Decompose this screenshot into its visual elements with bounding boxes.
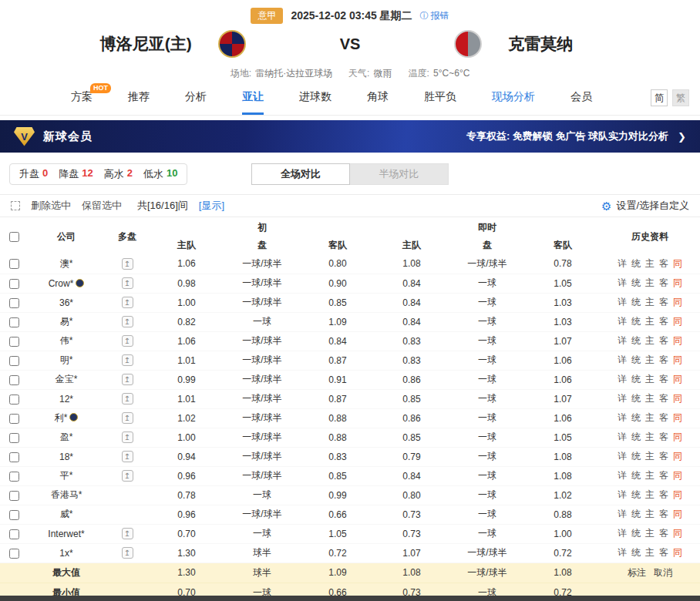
history-same-link[interactable]: 同 <box>673 470 682 481</box>
history-link[interactable]: 主 <box>645 277 655 288</box>
row-checkbox[interactable] <box>9 317 19 327</box>
row-checkbox[interactable] <box>9 414 19 424</box>
nav-item-fangan[interactable]: 方案 HOT <box>71 81 93 115</box>
company-name[interactable]: 12* <box>59 394 73 405</box>
history-link[interactable]: 详 <box>618 277 627 288</box>
history-link[interactable]: 详 <box>618 509 627 519</box>
history-link[interactable]: 详 <box>618 316 627 327</box>
select-all-checkbox[interactable] <box>9 232 19 242</box>
history-link[interactable]: 客 <box>659 354 668 365</box>
row-checkbox[interactable] <box>9 298 19 308</box>
history-link[interactable]: 详 <box>618 412 627 423</box>
history-link[interactable]: 详 <box>618 528 627 539</box>
history-link[interactable]: 统 <box>631 277 641 288</box>
history-link[interactable]: 统 <box>631 258 641 269</box>
multi-odds-icon[interactable]: ↥ <box>122 277 133 289</box>
history-link[interactable]: 客 <box>659 412 668 423</box>
company-name[interactable]: 18* <box>59 452 73 462</box>
company-name[interactable]: 明* <box>60 354 73 365</box>
history-same-link[interactable]: 同 <box>673 335 682 346</box>
history-link[interactable]: 主 <box>645 374 655 384</box>
history-link[interactable]: 主 <box>645 258 655 269</box>
nav-item-xianchangfenxi[interactable]: 现场分析 <box>492 81 535 115</box>
history-same-link[interactable]: 同 <box>673 354 682 365</box>
nav-item-huiyuan[interactable]: 会员 <box>570 81 592 115</box>
nav-item-jinqiushu[interactable]: 进球数 <box>299 81 331 115</box>
history-link[interactable]: 客 <box>659 528 668 539</box>
company-name[interactable]: Crow* <box>49 278 74 289</box>
lang-simplified-button[interactable]: 简 <box>651 89 668 106</box>
history-link[interactable]: 客 <box>659 547 668 558</box>
history-link[interactable]: 详 <box>618 297 627 307</box>
company-name[interactable]: Interwet* <box>48 529 84 539</box>
history-link[interactable]: 统 <box>631 374 641 384</box>
history-link[interactable]: 主 <box>645 431 655 442</box>
history-link[interactable]: 主 <box>645 354 655 365</box>
history-same-link[interactable]: 同 <box>673 297 682 307</box>
history-link[interactable]: 主 <box>645 451 655 462</box>
history-link[interactable]: 客 <box>659 509 668 519</box>
history-link[interactable]: 详 <box>618 335 627 346</box>
settings-button[interactable]: ⚙ 设置/选择自定义 <box>601 199 689 213</box>
history-link[interactable]: 主 <box>645 509 655 519</box>
nav-item-yarang[interactable]: 亚让 <box>242 81 264 115</box>
keep-selected-button[interactable]: 保留选中 <box>82 199 122 213</box>
nav-item-jiaoqiu[interactable]: 角球 <box>367 81 389 115</box>
nav-item-shengpingfu[interactable]: 胜平负 <box>424 81 456 115</box>
multi-odds-icon[interactable]: ↥ <box>122 470 133 482</box>
history-same-link[interactable]: 同 <box>673 431 682 442</box>
multi-odds-icon[interactable]: ↥ <box>122 316 133 327</box>
history-link[interactable]: 统 <box>631 547 641 558</box>
multi-odds-icon[interactable]: ↥ <box>122 393 133 405</box>
row-checkbox[interactable] <box>9 510 19 520</box>
multi-odds-icon[interactable]: ↥ <box>122 258 133 270</box>
history-link[interactable]: 详 <box>618 393 627 404</box>
history-link[interactable]: 客 <box>659 470 668 481</box>
delete-selected-button[interactable]: 删除选中 <box>31 199 71 213</box>
multi-odds-icon[interactable]: ↥ <box>122 297 133 308</box>
history-link[interactable]: 详 <box>618 431 627 442</box>
company-name[interactable]: 1x* <box>59 548 72 559</box>
multi-odds-icon[interactable]: ↥ <box>122 451 133 462</box>
history-link[interactable]: 统 <box>631 489 641 500</box>
history-link[interactable]: 统 <box>631 528 641 539</box>
company-name[interactable]: 利* <box>55 412 68 423</box>
tab-full-match[interactable]: 全场对比 <box>251 163 350 185</box>
row-checkbox[interactable] <box>9 259 19 269</box>
history-same-link[interactable]: 同 <box>673 393 682 404</box>
row-checkbox[interactable] <box>9 337 19 347</box>
history-link[interactable]: 客 <box>659 431 668 442</box>
summary-action-link[interactable]: 取消 <box>654 567 672 578</box>
history-link[interactable]: 客 <box>659 393 668 404</box>
multi-odds-icon[interactable]: ↥ <box>122 335 133 347</box>
company-name[interactable]: 盈* <box>60 431 73 442</box>
row-checkbox[interactable] <box>9 395 19 405</box>
history-link[interactable]: 客 <box>659 374 668 384</box>
history-link[interactable]: 详 <box>618 354 627 365</box>
history-link[interactable]: 统 <box>631 393 641 404</box>
company-name[interactable]: 平* <box>60 470 73 481</box>
history-link[interactable]: 详 <box>618 258 627 269</box>
multi-odds-icon[interactable]: ↥ <box>122 374 133 385</box>
row-checkbox[interactable] <box>9 472 19 482</box>
company-name[interactable]: 易* <box>60 316 73 327</box>
multi-odds-icon[interactable]: ↥ <box>122 528 133 539</box>
multi-odds-icon[interactable]: ↥ <box>122 412 133 424</box>
history-link[interactable]: 统 <box>631 412 641 423</box>
history-link[interactable]: 客 <box>659 277 668 288</box>
history-link[interactable]: 主 <box>645 528 655 539</box>
history-link[interactable]: 客 <box>659 335 668 346</box>
history-same-link[interactable]: 同 <box>673 316 682 327</box>
history-same-link[interactable]: 同 <box>673 509 682 519</box>
history-link[interactable]: 统 <box>631 354 641 365</box>
history-link[interactable]: 主 <box>645 316 655 327</box>
company-name[interactable]: 香港马* <box>51 489 82 500</box>
history-link[interactable]: 详 <box>618 451 627 462</box>
history-link[interactable]: 客 <box>659 451 668 462</box>
history-link[interactable]: 主 <box>645 470 655 481</box>
history-link[interactable]: 统 <box>631 297 641 307</box>
history-link[interactable]: 客 <box>659 489 668 500</box>
history-link[interactable]: 统 <box>631 431 641 442</box>
history-link[interactable]: 统 <box>631 316 641 327</box>
row-checkbox[interactable] <box>9 279 19 289</box>
